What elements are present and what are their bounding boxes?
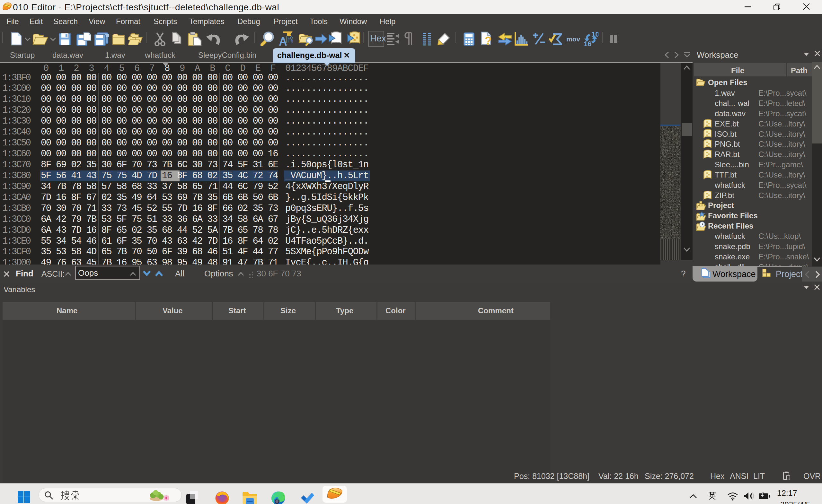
svg-text:?: ? — [485, 34, 492, 46]
svg-text:B: B — [286, 34, 293, 45]
svg-text:16: 16 — [584, 40, 591, 47]
